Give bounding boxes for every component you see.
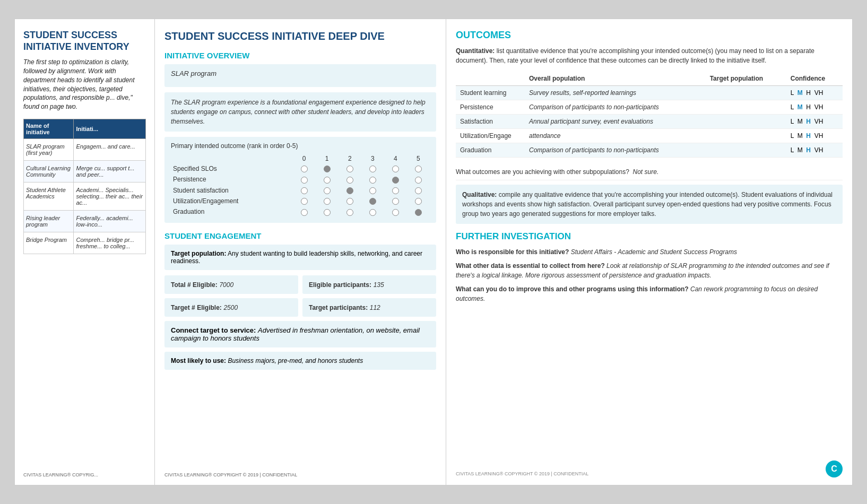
- rank-circle: [339, 174, 361, 185]
- outcomes-col-target: Target population: [706, 72, 786, 86]
- outcome-evidence: attendance: [525, 129, 706, 143]
- outcome-row-label: Satisfaction: [456, 115, 525, 129]
- rank-circle: [361, 185, 384, 196]
- outcome-row-label: Persistence: [456, 100, 525, 115]
- eligible-participants-cell: Eligible participants: 135: [302, 275, 436, 294]
- rank-circle: [361, 174, 384, 185]
- rank-col-2: 2: [339, 154, 361, 163]
- rank-circle: [407, 185, 430, 196]
- qualitative-bold: Qualitative:: [462, 191, 497, 198]
- rank-label: Graduation: [171, 206, 293, 217]
- total-eligible-label: Total # Eligible:: [171, 281, 218, 289]
- col-initiati-header: Initiati...: [74, 119, 146, 138]
- initiative-desc-cell: Compreh... bridge pr... freshme... to co…: [74, 232, 146, 254]
- total-eligible-cell: Total # Eligible: 7000: [164, 275, 298, 294]
- rank-label: Specified SLOs: [171, 163, 293, 174]
- inventory-table: Name of initiative Initiati... SLAR prog…: [23, 119, 146, 254]
- rank-circle: [384, 163, 407, 174]
- table-row: Student Athlete AcademicsAcademi... Spec…: [24, 182, 146, 210]
- outcome-confidence: L M H VH: [786, 129, 843, 143]
- rank-circle: [361, 206, 384, 217]
- outcome-confidence: L M H VH: [786, 143, 843, 158]
- rank-row: Specified SLOs: [171, 163, 430, 174]
- outcomes-heading: OUTCOMES: [456, 30, 843, 41]
- rank-circle: [339, 206, 361, 217]
- target-eligible-cell: Target # Eligible: 2500: [164, 298, 298, 317]
- table-row: SLAR program (first year)Engagem... and …: [24, 138, 146, 160]
- outcome-target-empty: [706, 100, 786, 115]
- initiative-desc: The SLAR program experience is a foundat…: [171, 98, 430, 126]
- engagement-grid: Total # Eligible: 7000 Eligible particip…: [164, 275, 436, 317]
- outcomes-row: Satisfaction Annual participant survey, …: [456, 115, 843, 129]
- initiative-name-cell: Bridge Program: [24, 232, 74, 254]
- outcome-rank-box: Primary intended outcome (rank in order …: [164, 137, 436, 223]
- right-footer: CIVITAS LEARNING® COPYRIGHT © 2019 | CON…: [456, 471, 588, 476]
- rank-circle: [407, 163, 430, 174]
- subpop-answer: Not sure.: [633, 168, 659, 176]
- initiative-desc-cell: Merge cu... support t... and peer...: [74, 160, 146, 182]
- qualitative-box: Qualitative: compile any qualitative evi…: [456, 185, 843, 224]
- initiative-name-cell: Rising leader program: [24, 210, 74, 232]
- outcome-target-empty: [706, 143, 786, 158]
- rank-circle: [407, 174, 430, 185]
- rank-col-1: 1: [316, 154, 339, 163]
- left-footer: CIVITAS LEARNING® COPYRIG...: [23, 472, 98, 477]
- target-eligible-value: 2500: [223, 304, 238, 311]
- fi-q1-answer: Student Affairs - Academic and Student S…: [571, 248, 737, 256]
- rank-circle: [316, 206, 339, 217]
- target-participants-cell: Target participants: 112: [302, 298, 436, 317]
- outcomes-intro-text: list quantitative evidence that you're a…: [456, 47, 814, 64]
- rank-circle: [316, 163, 339, 174]
- initiative-name-cell: Student Athlete Academics: [24, 182, 74, 210]
- likely-use-box: Most likely to use: Business majors, pre…: [164, 352, 436, 370]
- fi-q2: What other data is essential to collect …: [456, 261, 843, 280]
- rank-circle: [316, 196, 339, 206]
- outcome-row-label: Utilization/Engage: [456, 129, 525, 143]
- right-panel: OUTCOMES Quantitative: list quantitative…: [446, 19, 853, 485]
- outcome-rank-label: Primary intended outcome (rank in order …: [171, 142, 430, 150]
- table-row: Bridge ProgramCompreh... bridge pr... fr…: [24, 232, 146, 254]
- middle-panel: STUDENT SUCCESS INITIATIVE DEEP DIVE INI…: [154, 19, 446, 485]
- eligible-participants-value: 135: [374, 281, 384, 289]
- further-investigation-heading: FURTHER INVESTIGATION: [456, 231, 843, 242]
- rank-table: 0 1 2 3 4 5 Specified SLOsPersistenceStu…: [171, 154, 430, 218]
- target-population-label: Target population:: [171, 250, 226, 257]
- qualitative-text: compile any qualitative evidence that yo…: [462, 191, 833, 218]
- outcomes-intro: Quantitative: list quantitative evidence…: [456, 46, 843, 65]
- rank-circle: [293, 185, 316, 196]
- target-participants-value: 112: [370, 304, 380, 311]
- initiative-name: SLAR program: [171, 69, 430, 77]
- fi-q2-bold: What other data is essential to collect …: [456, 262, 605, 270]
- fi-q1-bold: Who is responsible for this initiative?: [456, 248, 569, 256]
- likely-use-label: Most likely to use:: [171, 357, 226, 364]
- rank-circle: [316, 185, 339, 196]
- civitas-logo-letter: C: [831, 464, 837, 474]
- initiative-desc-cell: Engagem... and care...: [74, 138, 146, 160]
- outcomes-row: Persistence Comparison of participants t…: [456, 100, 843, 115]
- rank-label: Student satisfaction: [171, 185, 293, 196]
- rank-row: Persistence: [171, 174, 430, 185]
- outcome-confidence: L M H VH: [786, 86, 843, 100]
- outcomes-row: Student learning Survey results, self-re…: [456, 86, 843, 100]
- outcome-target-empty: [706, 86, 786, 100]
- outcomes-col-empty: [456, 72, 525, 86]
- target-eligible-label: Target # Eligible:: [171, 304, 222, 311]
- connect-label: Connect target to service:: [171, 326, 256, 334]
- left-intro: The first step to optimization is clarit…: [23, 58, 146, 111]
- outcomes-col-overall: Overall population: [525, 72, 706, 86]
- initiative-name-cell: Cultural Learning Community: [24, 160, 74, 182]
- rank-label: Utilization/Engagement: [171, 196, 293, 206]
- outcome-evidence: Annual participant survey, event evaluat…: [525, 115, 706, 129]
- rank-circle: [361, 196, 384, 206]
- middle-title: STUDENT SUCCESS INITIATIVE DEEP DIVE: [164, 30, 436, 42]
- left-title: STUDENT SUCCESS INITIATIVE INVENTORY: [23, 30, 146, 53]
- initiative-overview-heading: INITIATIVE OVERVIEW: [164, 51, 436, 60]
- rank-col-0: 0: [293, 154, 316, 163]
- rank-circle: [384, 206, 407, 217]
- rank-row: Graduation: [171, 206, 430, 217]
- civitas-logo: C: [826, 460, 843, 477]
- rank-circle: [407, 196, 430, 206]
- outcome-row-label: Graduation: [456, 143, 525, 158]
- outcome-row-label: Student learning: [456, 86, 525, 100]
- fi-q1: Who is responsible for this initiative? …: [456, 247, 843, 257]
